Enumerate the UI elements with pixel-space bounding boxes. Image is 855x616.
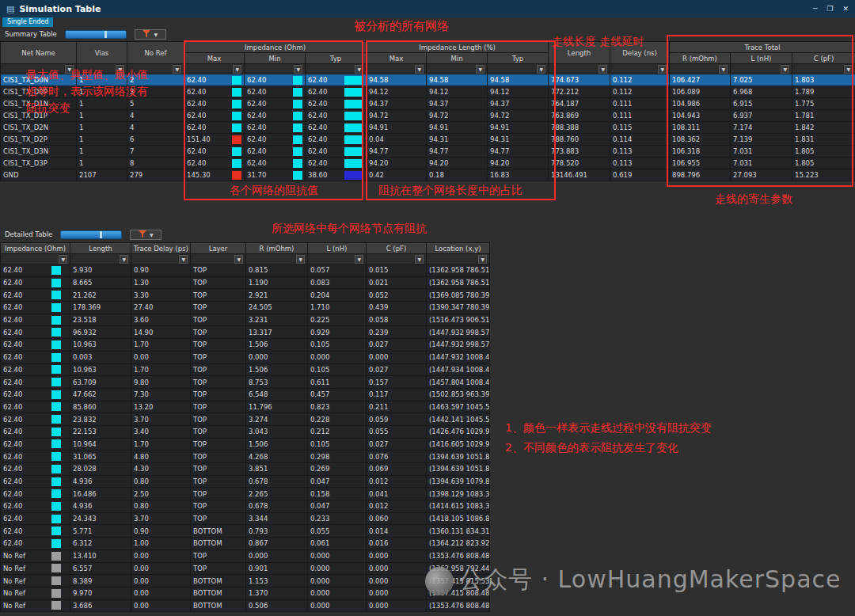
col-header-length[interactable]: Length — [70, 243, 131, 254]
minimize-button[interactable]: ─ — [813, 5, 817, 13]
cell-trace-r: 106.955 — [670, 158, 731, 169]
column-filter-dropdown[interactable]: ▼ — [367, 64, 427, 74]
detailed-row[interactable]: 62.40178.36927.40TOP24.5051.7100.439(139… — [1, 302, 490, 314]
detailed-row[interactable]: 62.4010.9631.70TOP1.5060.1050.027(1447.9… — [1, 339, 490, 352]
detailed-row[interactable]: 62.4096.93214.90TOP13.3170.9290.239(1447… — [1, 326, 490, 339]
column-filter-dropdown[interactable]: ▼ — [245, 64, 306, 74]
cell-r: 1.370 — [246, 587, 308, 599]
detailed-row[interactable]: 62.4063.7099.80TOP8.7530.6110.157(1457.8… — [1, 376, 490, 389]
column-filter-dropdown[interactable]: ▼ — [427, 64, 488, 74]
col-header-location[interactable]: Location (x,y) — [427, 243, 490, 254]
column-filter-dropdown[interactable]: ▼ — [731, 64, 792, 74]
col-header-no-ref[interactable]: No Ref — [127, 42, 184, 64]
detailed-row[interactable]: 62.405.9300.90TOP0.8150.0570.015(1362.95… — [1, 264, 490, 277]
column-filter-dropdown[interactable]: ▼ — [367, 254, 427, 264]
column-filter-dropdown[interactable]: ▼ — [1, 254, 70, 264]
column-filter-dropdown[interactable]: ▼ — [308, 254, 367, 264]
col-header-layer[interactable]: Layer — [191, 243, 246, 254]
detailed-row[interactable]: 62.4016.4862.50TOP2.2650.1580.041(1398.1… — [1, 488, 490, 500]
col-header-trace-r[interactable]: R (mOhm) — [670, 53, 731, 64]
detailed-row[interactable]: 62.4085.86013.20TOP11.7960.8230.211(1463… — [1, 401, 490, 413]
detailed-row[interactable]: 62.4031.0654.80TOP4.2680.2980.076(1394.6… — [1, 451, 490, 463]
col-header-vias[interactable]: Vias — [77, 42, 127, 64]
detailed-row[interactable]: 62.4021.2623.30TOP2.9210.2040.052(1369.0… — [1, 289, 490, 302]
detailed-row[interactable]: 62.4023.8323.70TOP3.2740.2280.059(1442.1… — [1, 413, 490, 426]
detailed-filter-button[interactable]: ▼ — [130, 230, 162, 240]
col-header-trace-c[interactable]: C (pF) — [792, 53, 855, 64]
summary-row[interactable]: CIS1_TX_D1P1462.4062.4062.4094.7294.7294… — [1, 110, 855, 122]
detailed-row[interactable]: 62.4047.6627.30TOP6.5480.4570.117(1502.8… — [1, 388, 490, 401]
col-header-c[interactable]: C (pF) — [367, 243, 427, 254]
summary-row[interactable]: CIS1_TX_D3P1862.4062.4062.4094.2094.2094… — [1, 158, 855, 169]
detailed-row[interactable]: 62.406.3121.00BOTTOM0.8670.0610.016(1364… — [1, 538, 490, 550]
cell-impedance-length-min: 94.31 — [427, 134, 488, 146]
column-filter-dropdown[interactable]: ▼ — [131, 254, 191, 264]
cell-l: 0.083 — [308, 276, 367, 289]
detailed-row[interactable]: 62.4028.0284.30TOP3.8510.2690.069(1394.6… — [1, 463, 490, 476]
column-filter-dropdown[interactable]: ▼ — [488, 64, 549, 74]
column-filter-dropdown[interactable]: ▼ — [184, 64, 245, 74]
maximize-button[interactable]: ❐ — [826, 5, 833, 13]
summary-scale-slider[interactable] — [65, 30, 127, 39]
detailed-row[interactable]: No Ref6.5570.00TOP0.9010.0000.000(1362.9… — [1, 562, 490, 575]
cell-impedance-typ: 62.40 — [306, 98, 367, 110]
cell-impedance-typ: 62.40 — [306, 86, 367, 98]
col-header-impedance-min[interactable]: Min — [245, 53, 306, 64]
detailed-row[interactable]: No Ref3.6860.00BOTTOM0.5060.0000.000(135… — [1, 599, 490, 612]
slider-handle-icon[interactable] — [100, 231, 102, 238]
detailed-row[interactable]: 62.404.9360.80TOP0.6780.0470.012(1394.63… — [1, 475, 490, 488]
column-filter-dropdown[interactable]: ▼ — [792, 64, 855, 74]
col-header-impedance-length-min[interactable]: Min — [427, 53, 488, 64]
detailed-row[interactable]: No Ref13.4100.00TOP0.0000.0000.000(1353.… — [1, 549, 490, 562]
cell-impedance: 62.40 — [1, 512, 70, 525]
detailed-row[interactable]: 62.404.9360.80TOP0.6780.0470.012(1414.61… — [1, 500, 490, 513]
cell-layer: BOTTOM — [191, 538, 246, 550]
col-header-impedance[interactable]: Impedance (Ohm) — [1, 243, 70, 254]
col-header-r[interactable]: R (mOhm) — [246, 243, 308, 254]
detailed-row[interactable]: 62.4022.1533.40TOP3.0430.2120.055(1426.4… — [1, 425, 490, 438]
summary-row[interactable]: CIS1_TX_D2N1462.4062.4062.4094.9194.9194… — [1, 122, 855, 134]
tab-single-ended[interactable]: Single Ended — [2, 17, 53, 27]
detailed-row[interactable]: No Ref9.9700.00BOTTOM1.3700.0000.000(135… — [1, 587, 490, 599]
col-header-l[interactable]: L (nH) — [308, 243, 367, 254]
cell-impedance-length-min: 94.77 — [427, 146, 488, 158]
cell-vias: 1 — [77, 98, 127, 110]
detailed-row[interactable]: 62.4023.5183.60TOP3.2310.2250.058(1516.4… — [1, 314, 490, 326]
detailed-scale-slider[interactable] — [60, 230, 122, 239]
col-header-impedance-max[interactable]: Max — [184, 53, 245, 64]
cell-no-ref: 6 — [127, 134, 184, 146]
detailed-row[interactable]: 62.408.6651.30TOP1.1900.0830.021(1362.95… — [1, 276, 490, 289]
cell-length: 178.369 — [70, 302, 131, 314]
summary-filter-button[interactable]: ▼ — [135, 29, 166, 40]
column-filter-dropdown[interactable]: ▼ — [70, 254, 131, 264]
detailed-row[interactable]: 62.4024.3433.70TOP3.3440.2330.060(1418.1… — [1, 512, 490, 525]
col-header-impedance-length-max[interactable]: Max — [367, 53, 427, 64]
column-filter-dropdown[interactable]: ▼ — [610, 64, 670, 74]
col-header-net-name[interactable]: Net Name — [1, 42, 77, 64]
column-filter-dropdown[interactable]: ▼ — [427, 254, 490, 264]
col-header-trace-l[interactable]: L (nH) — [731, 53, 792, 64]
detailed-row[interactable]: 62.400.0030.00TOP0.0000.0000.000(1447.93… — [1, 351, 490, 363]
summary-row[interactable]: CIS1_TX_D3N1762.4062.4062.4094.7794.7794… — [1, 146, 855, 158]
column-filter-dropdown[interactable]: ▼ — [246, 254, 308, 264]
summary-row[interactable]: CIS1_TX_D1N1562.4062.4062.4094.3794.3794… — [1, 98, 855, 110]
column-filter-dropdown[interactable]: ▼ — [306, 64, 367, 74]
cell-impedance: 62.40 — [1, 488, 70, 500]
summary-row[interactable]: CIS1_TX_D2P16151.4062.4062.400.0494.3194… — [1, 134, 855, 146]
detailed-row[interactable]: 62.4010.9631.70TOP1.5060.1050.027(1447.9… — [1, 363, 490, 376]
detailed-row[interactable]: No Ref8.3890.00BOTTOM1.1530.0000.000(135… — [1, 575, 490, 587]
cell-no-ref: 279 — [127, 169, 184, 181]
column-filter-dropdown[interactable]: ▼ — [670, 64, 731, 74]
col-header-trace-delay[interactable]: Trace Delay (ps) — [131, 243, 191, 254]
column-filter-dropdown[interactable]: ▼ — [191, 254, 246, 264]
col-header-impedance-typ[interactable]: Typ — [306, 53, 367, 64]
col-header-impedance-length-typ[interactable]: Typ — [488, 53, 549, 64]
detailed-row[interactable]: 62.4010.9641.70TOP1.5060.1050.027(1416.6… — [1, 438, 490, 451]
close-button[interactable]: ✕ — [842, 5, 849, 13]
detailed-row[interactable]: 62.405.7710.90BOTTOM0.7930.0550.014(1360… — [1, 525, 490, 538]
chevron-down-icon: ▼ — [478, 255, 487, 264]
cell-layer: BOTTOM — [191, 525, 246, 538]
summary-row[interactable]: GND2107279145.3031.7038.600.420.1816.831… — [1, 169, 855, 181]
slider-handle-icon[interactable] — [104, 31, 107, 38]
column-filter-dropdown[interactable]: ▼ — [549, 64, 610, 74]
